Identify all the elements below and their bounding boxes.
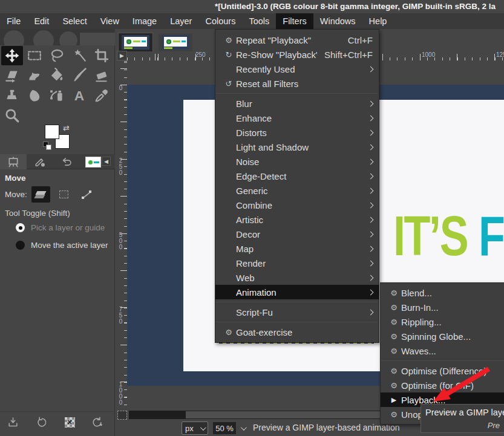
tooltip-text: Preview a GIMP layer-b [425, 408, 500, 417]
menu-view[interactable]: View [94, 13, 126, 29]
menu-item-label: Generic [236, 186, 364, 196]
restore-tool-preset-button[interactable] [35, 415, 48, 429]
tab-tool-presets[interactable] [27, 154, 53, 169]
menu-item-label: Reset all Filters [236, 79, 373, 89]
wilber-drag-area[interactable] [0, 29, 115, 45]
menu-item-edge-detect[interactable]: Edge-Detect [215, 169, 379, 183]
menu-item-label: Script-Fu [236, 307, 364, 317]
save-tool-preset-button[interactable] [6, 415, 19, 429]
paintbrush-tool-button[interactable] [68, 66, 90, 85]
menu-item-blur[interactable]: Blur [215, 96, 379, 111]
submenu-item-waves[interactable]: ⚙Waves... [381, 343, 504, 358]
free-select-tool-button[interactable] [46, 46, 68, 65]
warp-transform-tool-button[interactable] [24, 66, 45, 85]
menu-item-generic[interactable]: Generic [215, 183, 379, 198]
airbrush-tool-button[interactable] [46, 86, 68, 105]
pick-layer-radio-row[interactable]: Pick a layer or guide [0, 219, 114, 236]
menu-item-accel: Ctrl+F [348, 35, 373, 45]
reset-icon [91, 417, 103, 428]
reset-tool-preset-button[interactable] [90, 415, 103, 429]
tool-options-title: Move [0, 170, 114, 185]
submenu-item-optimise-gif[interactable]: ⚙Optimise (for GIF) [381, 378, 504, 392]
menu-item-noise[interactable]: Noise [215, 154, 379, 169]
delete-tool-preset-button[interactable]: × [63, 415, 76, 429]
canvas-artwork-text: IT’SF [393, 204, 503, 268]
submenu-item-blend[interactable]: ⚙Blend... [381, 285, 504, 300]
menu-item-goat-exercise[interactable]: ⚙ Goat-exercise [215, 325, 379, 339]
menu-item-artistic[interactable]: Artistic [215, 212, 379, 227]
menu-tools[interactable]: Tools [242, 13, 276, 29]
menu-item-label: Render [236, 258, 364, 268]
bucket-icon [49, 68, 65, 83]
move-tool-button[interactable] [1, 46, 23, 65]
menu-item-repeat[interactable]: ⚙ Repeat "Playback" Ctrl+F [215, 33, 379, 47]
swap-colours-icon[interactable]: ⇄ [63, 123, 70, 132]
zoom-tool-button[interactable] [1, 106, 23, 125]
pen-info-icon [34, 156, 46, 168]
crop-tool-button[interactable] [91, 46, 113, 65]
menu-item-light-and-shadow[interactable]: Light and Shadow [215, 140, 379, 154]
image-thumbnail-icon [85, 157, 101, 168]
menu-item-distorts[interactable]: Distorts [215, 125, 379, 140]
menu-help[interactable]: Help [362, 13, 394, 29]
menu-item-script-fu[interactable]: Script-Fu [215, 305, 379, 319]
bucket-fill-tool-button[interactable] [46, 66, 68, 85]
reshow-icon: ↻ [221, 50, 236, 59]
dock-collapse-button[interactable]: ◀ [102, 157, 111, 166]
zoom-level-field[interactable]: 50 % [213, 422, 236, 434]
foreground-colour-swatch[interactable] [45, 125, 59, 139]
image-thumbnail [122, 35, 149, 50]
menu-item-combine[interactable]: Combine [215, 198, 379, 212]
smudge-tool-button[interactable] [24, 86, 45, 105]
submenu-item-optimise-difference[interactable]: ⚙Optimise (Difference) [381, 363, 504, 378]
menu-item-recently-used[interactable]: Recently Used [215, 62, 379, 76]
move-selection-mode-button[interactable] [54, 186, 73, 203]
move-path-mode-button[interactable] [77, 186, 96, 203]
menu-windows[interactable]: Windows [313, 13, 362, 29]
ruler-corner-button[interactable]: ▶ [117, 51, 127, 60]
move-active-layer-radio-row[interactable]: Move the active layer [0, 236, 114, 254]
clone-tool-button[interactable] [1, 86, 23, 105]
menu-item-reshow[interactable]: ↻ Re-Show "Playback" Shift+Ctrl+F [215, 47, 379, 62]
default-colours-icon[interactable] [43, 142, 53, 151]
menu-image[interactable]: Image [126, 13, 163, 29]
undo-arrow-icon [61, 156, 73, 168]
shear-tool-button[interactable] [1, 66, 23, 85]
submenu-chevron-icon [368, 129, 374, 135]
text-tool-button[interactable]: A [68, 86, 90, 105]
menu-item-reset-all-filters[interactable]: ↺ Reset all Filters [215, 76, 379, 91]
rectangle-select-tool-button[interactable] [24, 46, 45, 65]
quick-mask-toggle[interactable] [117, 411, 127, 420]
menu-item-web[interactable]: Web [215, 270, 379, 285]
submenu-item-rippling[interactable]: ⚙Rippling... [381, 314, 504, 329]
tab-tool-options[interactable] [0, 154, 27, 169]
menu-item-enhance[interactable]: Enhance [215, 111, 379, 125]
menu-layer[interactable]: Layer [163, 13, 198, 29]
image-tab-2[interactable] [159, 33, 192, 51]
menu-item-render[interactable]: Render [215, 256, 379, 270]
menu-select[interactable]: Select [56, 13, 93, 29]
eraser-tool-button[interactable] [91, 66, 113, 85]
image-thumbnail [162, 35, 189, 50]
menu-item-animation[interactable]: Animation [215, 285, 379, 299]
fuzzy-select-tool-button[interactable] [68, 46, 90, 65]
paintbrush-icon [71, 68, 87, 83]
tab-undo-history[interactable] [53, 154, 80, 169]
submenu-item-burn-in[interactable]: ⚙Burn-In... [381, 300, 504, 314]
vertical-ruler[interactable]: 0 250 500 750 1000 [117, 60, 127, 411]
menu-colours[interactable]: Colours [198, 13, 242, 29]
unit-dropdown[interactable]: px [182, 421, 208, 435]
colour-picker-tool-button[interactable] [91, 86, 113, 105]
submenu-item-spinning-globe[interactable]: ⚙Spinning Globe... [381, 329, 504, 343]
image-tab-1[interactable] [119, 33, 152, 51]
zoom-dropdown-button[interactable] [237, 422, 249, 434]
menu-file[interactable]: File [0, 13, 27, 29]
menu-item-decor[interactable]: Decor [215, 227, 379, 241]
menu-item-map[interactable]: Map [215, 241, 379, 256]
gears-icon: ⚙ [387, 347, 401, 356]
hruler-label-1250: 125 [496, 51, 504, 58]
move-layer-mode-button[interactable] [31, 186, 50, 203]
menu-item-label: Rippling... [401, 317, 500, 327]
menu-edit[interactable]: Edit [27, 13, 56, 29]
menu-filters[interactable]: Filters [276, 13, 313, 29]
